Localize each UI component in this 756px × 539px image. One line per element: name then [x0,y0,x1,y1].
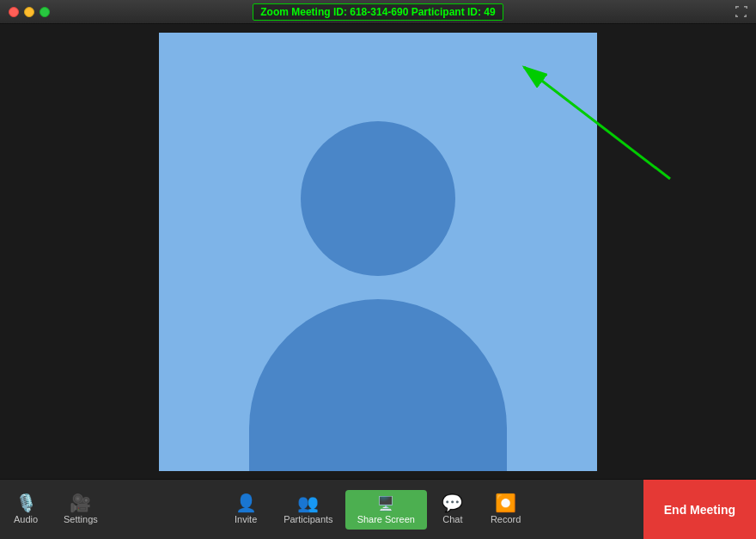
settings-button[interactable]: 🎥 Settings [52,489,110,530]
close-button[interactable] [9,7,19,17]
invite-button[interactable]: 👤 Invite [220,489,271,530]
chat-icon: 💬 [442,494,463,511]
settings-icon: 🎥 [70,494,91,511]
traffic-lights [9,7,50,17]
participants-button[interactable]: 👥 Participants [271,489,344,530]
minimize-button[interactable] [24,7,34,17]
audio-button[interactable]: 🎙️ Audio [0,489,52,530]
participants-label: Participants [284,514,332,524]
share-screen-label: Share Screen [357,514,415,524]
svg-line-1 [524,67,670,179]
record-icon: ⏺️ [495,494,516,511]
title-bar: Zoom Meeting ID: 618-314-690 Participant… [0,0,756,24]
invite-label: Invite [235,514,257,524]
settings-label: Settings [64,514,98,524]
record-button[interactable]: ⏺️ Record [479,489,533,530]
end-meeting-label: End Meeting [664,503,735,517]
fullscreen-icon [735,5,748,19]
toolbar: 🎙️ Audio 🎥 Settings 👤 Invite 👥 Participa… [0,479,756,539]
chat-label: Chat [442,514,462,524]
audio-label: Audio [14,514,38,524]
meeting-info: Zoom Meeting ID: 618-314-690 Participant… [253,3,503,21]
main-content [0,24,756,479]
share-screen-icon: 🖥️ [377,495,394,511]
microphone-muted-icon: 🎙️ [15,494,37,511]
zoom-button[interactable] [40,7,50,17]
fullscreen-button[interactable] [734,4,749,20]
annotation-arrow [498,58,687,187]
toolbar-center: 👤 Invite 👥 Participants 🖥️ Share Screen … [110,489,643,530]
toolbar-left: 🎙️ Audio 🎥 Settings [0,489,110,530]
end-meeting-button[interactable]: End Meeting [643,480,756,540]
participants-icon: 👥 [297,494,319,511]
record-label: Record [491,514,521,524]
invite-icon: 👤 [235,494,257,511]
avatar-body [249,299,507,471]
avatar-head [301,121,455,276]
share-screen-button[interactable]: 🖥️ Share Screen [345,490,427,530]
arrow-annotation [498,58,670,179]
chat-button[interactable]: 💬 Chat [427,489,479,530]
